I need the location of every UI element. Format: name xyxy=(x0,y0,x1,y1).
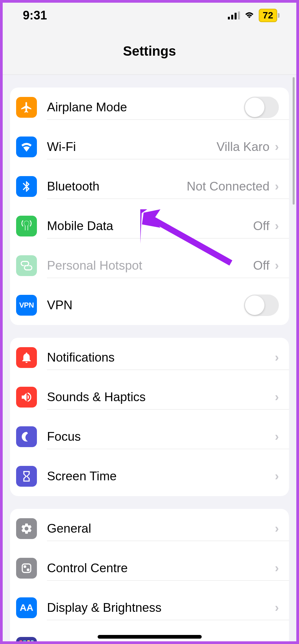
antenna-icon xyxy=(16,216,37,236)
status-time: 9:31 xyxy=(23,8,47,22)
svg-rect-2 xyxy=(235,13,237,19)
scrollbar[interactable] xyxy=(293,77,295,205)
row-label: Screen Time xyxy=(47,469,117,483)
wifi-row[interactable]: Wi-Fi Villa Karo › xyxy=(10,127,289,167)
vpn-icon: VPN xyxy=(16,295,37,316)
screen-time-row[interactable]: Screen Time › xyxy=(10,457,289,496)
chevron-right-icon: › xyxy=(275,140,279,154)
row-label: Sounds & Haptics xyxy=(47,390,146,404)
chevron-right-icon: › xyxy=(275,179,279,194)
row-label: Wi-Fi xyxy=(47,140,76,154)
bluetooth-row[interactable]: Bluetooth Not Connected › xyxy=(10,167,289,206)
chevron-right-icon: › xyxy=(275,351,279,365)
navigation-header: Settings xyxy=(3,28,296,75)
airplane-mode-row[interactable]: Airplane Mode xyxy=(10,88,289,127)
svg-rect-1 xyxy=(231,15,233,19)
row-label: Bluetooth xyxy=(47,179,99,194)
notifications-section: Notifications › Sounds & Haptics › xyxy=(10,338,289,496)
svg-point-5 xyxy=(23,565,26,568)
speaker-icon xyxy=(16,387,37,408)
status-bar: 9:31 72 xyxy=(3,3,296,28)
chevron-right-icon: › xyxy=(275,390,279,404)
chevron-right-icon: › xyxy=(275,601,279,615)
display-brightness-row[interactable]: AA Display & Brightness › xyxy=(10,588,289,628)
row-label: VPN xyxy=(47,298,72,312)
vpn-switch[interactable] xyxy=(244,294,279,316)
general-row[interactable]: General › xyxy=(10,509,289,548)
chevron-right-icon: › xyxy=(275,522,279,536)
row-label: Mobile Data xyxy=(47,219,113,233)
personal-hotspot-row[interactable]: Personal Hotspot Off › xyxy=(10,246,289,285)
wifi-icon xyxy=(16,137,37,157)
notifications-row[interactable]: Notifications › xyxy=(10,338,289,377)
svg-rect-3 xyxy=(238,11,240,19)
chevron-right-icon: › xyxy=(275,640,279,644)
wifi-value: Villa Karo xyxy=(216,140,269,154)
page-title: Settings xyxy=(123,44,176,59)
sounds-row[interactable]: Sounds & Haptics › xyxy=(10,377,289,417)
row-label: Display & Brightness xyxy=(47,601,161,615)
row-label: General xyxy=(47,522,91,536)
home-grid-icon xyxy=(16,637,37,644)
svg-point-6 xyxy=(27,569,30,571)
battery-indicator: 72 xyxy=(259,9,280,22)
chevron-right-icon: › xyxy=(275,469,279,483)
moon-icon xyxy=(16,426,37,447)
row-label: Notifications xyxy=(47,351,115,365)
chevron-right-icon: › xyxy=(275,561,279,575)
bluetooth-value: Not Connected xyxy=(187,179,269,194)
home-indicator[interactable] xyxy=(98,635,202,639)
airplane-mode-switch[interactable] xyxy=(244,97,279,118)
battery-percent: 72 xyxy=(259,9,277,22)
row-label: Home Screen xyxy=(47,640,123,644)
general-section: General › Control Centre › xyxy=(10,509,289,644)
mobile-data-row[interactable]: Mobile Data Off › xyxy=(10,206,289,246)
connectivity-section: Airplane Mode Wi-Fi Villa Karo › xyxy=(10,88,289,325)
control-centre-row[interactable]: Control Centre › xyxy=(10,548,289,588)
toggles-icon xyxy=(16,558,37,579)
app-frame: 9:31 72 Settings xyxy=(0,0,299,644)
chevron-right-icon: › xyxy=(275,430,279,444)
row-label: Personal Hotspot xyxy=(47,259,142,273)
bell-icon xyxy=(16,347,37,368)
gear-icon xyxy=(16,518,37,539)
airplane-icon xyxy=(16,97,37,118)
text-size-icon: AA xyxy=(16,597,37,618)
hotspot-value: Off xyxy=(253,259,269,273)
cellular-signal-icon xyxy=(228,11,240,19)
row-label: Focus xyxy=(47,430,81,444)
svg-rect-0 xyxy=(228,17,230,19)
chevron-right-icon: › xyxy=(275,259,279,273)
settings-content: Airplane Mode Wi-Fi Villa Karo › xyxy=(3,88,296,644)
bluetooth-icon xyxy=(16,176,37,197)
svg-rect-4 xyxy=(22,564,31,572)
status-indicators: 72 xyxy=(228,9,280,22)
chevron-right-icon: › xyxy=(275,219,279,233)
row-label: Airplane Mode xyxy=(47,100,127,114)
mobile-data-value: Off xyxy=(253,219,269,233)
focus-row[interactable]: Focus › xyxy=(10,417,289,457)
row-label: Control Centre xyxy=(47,561,128,575)
wifi-status-icon xyxy=(244,11,255,19)
vpn-row[interactable]: VPN VPN xyxy=(10,285,289,325)
hotspot-icon xyxy=(16,255,37,276)
hourglass-icon xyxy=(16,466,37,487)
